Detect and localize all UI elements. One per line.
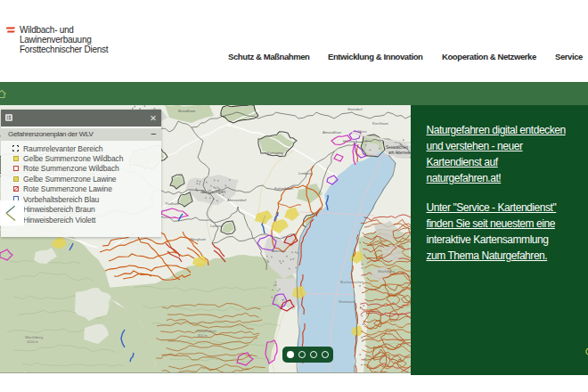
- svg-text:Moos: Moos: [358, 129, 367, 134]
- svg-text:Kirchham: Kirchham: [372, 121, 388, 126]
- svg-text:Katterlohen: Katterlohen: [274, 186, 294, 191]
- svg-text:Thalham: Thalham: [165, 201, 179, 206]
- svg-text:Steindorf: Steindorf: [347, 107, 363, 111]
- svg-text:Ahexandorf: Ahexandorf: [227, 198, 247, 202]
- svg-text:St. Georgen: St. Georgen: [201, 189, 225, 194]
- svg-text:Wachtberg: Wachtberg: [25, 335, 44, 339]
- svg-text:Haining: Haining: [343, 139, 356, 143]
- svg-text:Amandihan: Amandihan: [323, 130, 342, 135]
- svg-text:Attersee: Attersee: [272, 249, 286, 253]
- svg-text:Zweiehohen: Zweiehohen: [196, 329, 216, 333]
- svg-text:Buchschachen: Buchschachen: [340, 280, 363, 284]
- svg-text:Seewalchen: Seewalchen: [386, 145, 408, 150]
- svg-text:am Attersee: am Attersee: [388, 151, 411, 155]
- svg-text:854 m: 854 m: [198, 334, 208, 338]
- svg-text:Lohend: Lohend: [210, 224, 224, 228]
- svg-text:Brandham: Brandham: [178, 109, 196, 113]
- svg-text:Steinwand: Steinwand: [339, 299, 355, 304]
- svg-text:Wachtberg: Wachtberg: [378, 269, 395, 274]
- svg-text:Limburg: Limburg: [298, 171, 313, 176]
- svg-text:Bergham: Bergham: [191, 237, 207, 241]
- svg-text:Kemating: Kemating: [267, 151, 283, 155]
- svg-text:1024 m: 1024 m: [27, 340, 38, 344]
